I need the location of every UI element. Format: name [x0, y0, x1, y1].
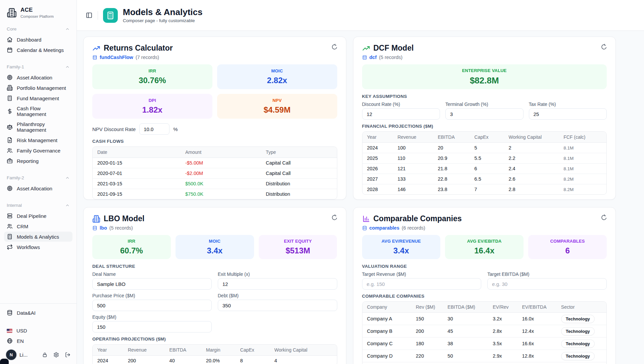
purchase-price-input[interactable] [92, 300, 212, 311]
cash-flows-table: Date Amount Type 2020-01-15-$5.00MCapita… [92, 146, 337, 199]
chevron-up-icon [65, 27, 70, 32]
metric-comparables-count: COMPARABLES6 [528, 235, 607, 259]
target-revenue-input[interactable] [362, 278, 482, 290]
trending-up-icon [92, 44, 100, 52]
table-header-row: Year Revenue EBITDA CapEx Working Capita… [362, 132, 607, 143]
card-title: Returns Calculator [104, 44, 173, 53]
metric-avg-ev-ebitda: AVG EV/EBITDA16.4x [445, 235, 524, 259]
currency-selector[interactable]: USD [4, 326, 72, 336]
sidebar-item-asset-allocation-2[interactable]: Asset Allocation [4, 183, 72, 193]
discount-rate-input[interactable] [362, 108, 440, 120]
sidebar-item-family-governance[interactable]: Family Governance [4, 145, 72, 156]
operating-projections-table: Year Revenue EBITDA Margin CapEx Working… [92, 344, 337, 364]
financial-projections-table: Year Revenue EBITDA CapEx Working Capita… [362, 131, 607, 195]
table-row: Company D220502.9x12.8xTechnology [362, 350, 607, 362]
calculator-icon [7, 95, 13, 101]
sidebar-toggle-icon[interactable] [86, 12, 93, 19]
scale-icon [7, 124, 13, 130]
sidebar-item-philanthropy-management[interactable]: Philanthropy Management [4, 119, 72, 135]
data-source: dcf (5 records) [362, 55, 607, 60]
chevron-up-icon [65, 65, 70, 69]
table-row: 2021-03-15$500.0KDistribution [93, 179, 337, 189]
table-row: Company A150303.2x16.0xTechnology [362, 313, 607, 325]
sidebar-item-fund-management[interactable]: Fund Management [4, 93, 72, 103]
card-title: DCF Model [374, 44, 414, 53]
sector-badge: Technology [561, 352, 595, 360]
sidebar-section-core[interactable]: Core [4, 24, 72, 35]
target-ebitda-input[interactable] [487, 278, 607, 290]
debt-input[interactable] [218, 300, 337, 311]
data-source: lbo (5 records) [92, 225, 337, 231]
sidebar-item-dashboard[interactable]: Dashboard [4, 35, 72, 45]
sidebar-item-cash-flow-management[interactable]: Cash Flow Management [4, 104, 72, 119]
sidebar-section-family-1[interactable]: Family-1 [4, 62, 72, 72]
floating-widget [0, 359, 9, 364]
sidebar-item-crm[interactable]: CRM [4, 221, 72, 231]
sidebar-item-risk-management[interactable]: Risk Management [4, 135, 72, 145]
sync-icon[interactable] [601, 44, 607, 50]
building-icon [7, 8, 17, 18]
deal-name-field: Deal Name [92, 271, 212, 290]
main-area: Models & Analytics Composer page - fully… [77, 0, 644, 364]
lbo-model-card: LBO Model lbo (5 records) IRR60.7% MOIC3… [83, 207, 346, 364]
language-selector[interactable]: EN [4, 336, 72, 346]
sidebar-item-workflows[interactable]: Workflows [4, 242, 72, 252]
sidebar-item-calendar-meetings[interactable]: Calendar & Meetings [4, 45, 72, 55]
card-title: Comparable Companies [374, 214, 462, 223]
table-row: Company B200452.8x12.4xTechnology [362, 325, 607, 338]
us-flag-icon [7, 329, 12, 333]
app-name: ACE [20, 7, 54, 13]
sidebar-item-asset-allocation[interactable]: Asset Allocation [4, 72, 72, 82]
equity-input[interactable] [92, 321, 212, 332]
sync-icon[interactable] [331, 214, 338, 221]
sidebar-section-internal[interactable]: Internal [4, 200, 72, 211]
metric-irr: IRR60.7% [92, 235, 171, 259]
sidebar-section-family-2[interactable]: Family-2 [4, 173, 72, 183]
calculator-icon [7, 234, 13, 240]
metric-exit-equity: EXIT EQUITY$513M [259, 235, 337, 259]
sector-badge: Technology [561, 327, 595, 336]
target-revenue-field: Target Revenue ($M) [362, 271, 482, 290]
calculator-icon [106, 11, 115, 20]
sidebar-item-models-analytics[interactable]: Models & Analytics [4, 232, 72, 242]
equity-field: Equity ($M) [92, 314, 212, 332]
database-icon [92, 55, 97, 60]
globe-icon [7, 338, 13, 344]
card-title: LBO Model [104, 214, 144, 223]
tax-rate-input[interactable] [529, 108, 607, 120]
data-source: fundCashFlow (7 records) [92, 55, 337, 60]
sync-icon[interactable] [331, 44, 338, 50]
financial-projections-label: FINANCIAL PROJECTIONS ($M) [362, 124, 607, 129]
metric-dpi: DPI1.82x [92, 94, 212, 119]
sidebar-item-data-ai[interactable]: Data&AI [4, 308, 72, 318]
sidebar-item-deal-pipeline[interactable]: Deal Pipeline [4, 211, 72, 221]
key-assumptions-label: KEY ASSUMPTIONS [362, 94, 607, 99]
sidebar-footer: Data&AI USD EN N Li... [0, 303, 77, 364]
terminal-growth-input[interactable] [445, 108, 524, 120]
building-icon [7, 85, 13, 91]
users-icon [7, 223, 13, 229]
bar-chart-icon [362, 215, 370, 223]
target-ebitda-field: Target EBITDA ($M) [487, 271, 607, 290]
sidebar-item-reporting[interactable]: Reporting [4, 156, 72, 166]
app-logo: ACE Composer Platform [4, 6, 72, 24]
sync-icon[interactable] [601, 214, 607, 221]
briefcase-icon [7, 158, 13, 164]
lock-icon[interactable] [42, 352, 48, 358]
percent-suffix: % [173, 126, 178, 132]
exit-multiple-input[interactable] [218, 278, 337, 290]
content-grid: Returns Calculator fundCashFlow (7 recor… [77, 31, 644, 364]
repeat-icon [7, 244, 13, 250]
database-icon [362, 226, 367, 231]
gear-icon[interactable] [53, 352, 59, 358]
npv-discount-rate-input[interactable] [139, 123, 169, 135]
avatar[interactable]: N [6, 350, 16, 360]
sidebar-item-portfolio-management[interactable]: Portfolio Management [4, 83, 72, 93]
discount-rate-field: Discount Rate (%) [362, 102, 440, 120]
deal-name-input[interactable] [92, 278, 212, 290]
metric-moic: MOIC2.82x [217, 64, 337, 89]
metric-irr: IRR30.76% [92, 64, 212, 89]
table-row: 2020-01-15-$5.00MCapital Call [93, 158, 337, 168]
logout-icon[interactable] [65, 352, 70, 358]
purchase-price-field: Purchase Price ($M) [92, 293, 212, 311]
